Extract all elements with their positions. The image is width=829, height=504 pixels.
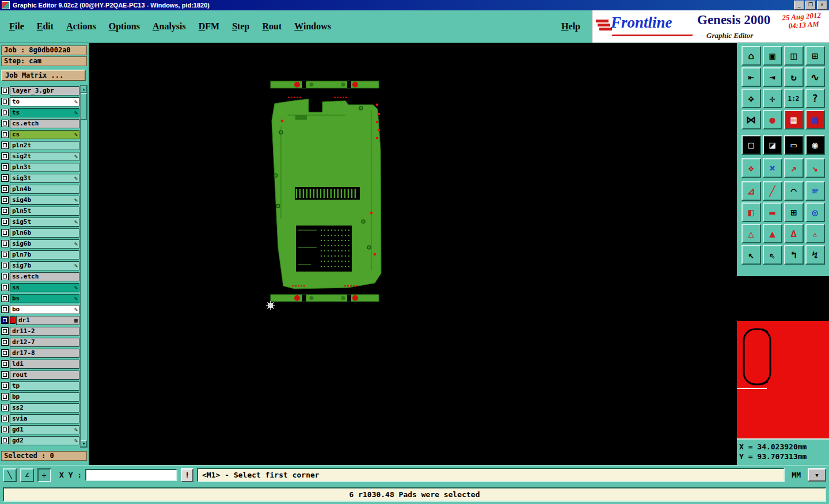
layer-checkbox[interactable] bbox=[1, 382, 9, 390]
alert-button[interactable]: ! bbox=[181, 468, 193, 482]
menu-file[interactable]: File bbox=[9, 21, 24, 32]
tool-grid-dots-button[interactable]: ▩ bbox=[805, 110, 825, 129]
layer-checkbox[interactable] bbox=[1, 262, 9, 269]
tool-select-corner-button[interactable]: ⇖ bbox=[763, 245, 782, 265]
layer-checkbox[interactable] bbox=[1, 98, 9, 105]
layer-label[interactable]: rout bbox=[10, 371, 79, 380]
tool-move-point-button[interactable]: ↗ bbox=[784, 158, 804, 178]
tool-pan-left-button[interactable]: ⇤ bbox=[741, 67, 761, 87]
tool-layer-swap-button[interactable]: ◧ bbox=[741, 203, 761, 222]
layer-checkbox[interactable] bbox=[1, 284, 9, 291]
menu-dfm[interactable]: DFM bbox=[199, 21, 219, 32]
layer-label[interactable]: ss.etch bbox=[10, 272, 79, 281]
tool-home-view-button[interactable]: ⌂ bbox=[741, 46, 761, 66]
tool-select-zigzag-button[interactable]: ↯ bbox=[805, 245, 825, 265]
layer-checkbox[interactable] bbox=[1, 393, 9, 400]
layer-label[interactable]: dr1▦ bbox=[16, 316, 79, 325]
tool-grid-snap-button[interactable]: ▦ bbox=[784, 110, 804, 129]
tool-center-view-button[interactable]: ✛ bbox=[763, 89, 782, 108]
pcb-canvas[interactable] bbox=[89, 43, 737, 465]
tool-help-button[interactable]: ? bbox=[805, 89, 825, 108]
layer-label[interactable]: pln4b bbox=[10, 185, 79, 194]
layer-checkbox[interactable] bbox=[1, 316, 9, 324]
close-button[interactable]: × bbox=[817, 1, 827, 10]
tool-wave-button[interactable]: ∿ bbox=[805, 67, 825, 87]
tool-highlight-button[interactable]: ● bbox=[763, 110, 782, 129]
layer-checkbox[interactable] bbox=[1, 174, 9, 182]
layer-checkbox[interactable] bbox=[1, 415, 9, 422]
tool-zoom-previous-button[interactable]: ↻ bbox=[784, 67, 804, 87]
scroll-up-icon[interactable]: ▲ bbox=[81, 86, 87, 93]
layer-checkbox[interactable] bbox=[1, 207, 9, 215]
layer-label[interactable]: dr12-7 bbox=[10, 338, 79, 347]
layer-label[interactable]: ts✎ bbox=[10, 108, 79, 117]
layer-label[interactable]: gd1✎ bbox=[10, 425, 79, 434]
menu-options[interactable]: Options bbox=[109, 21, 140, 32]
tool-delete-vertex-button[interactable]: × bbox=[763, 158, 782, 178]
layer-label[interactable]: dr17-8 bbox=[10, 349, 79, 358]
tool-line-button[interactable]: ╱ bbox=[763, 181, 782, 201]
layer-checkbox[interactable] bbox=[1, 295, 9, 302]
layer-checkbox[interactable] bbox=[1, 185, 9, 193]
tool-select-turn-button[interactable]: ↰ bbox=[784, 245, 804, 265]
layer-label[interactable]: svia bbox=[10, 414, 79, 423]
tool-quad-view-button[interactable]: ⊞ bbox=[805, 46, 825, 66]
layer-checkbox[interactable] bbox=[1, 360, 9, 368]
tool-mirror-button[interactable]: ƎF bbox=[805, 181, 825, 201]
angle-mode-button[interactable]: ∠ bbox=[20, 468, 34, 482]
layer-checkbox[interactable] bbox=[1, 306, 9, 313]
menu-analysis[interactable]: Analysis bbox=[153, 21, 186, 32]
grid-mode-button[interactable]: ✛ bbox=[37, 468, 51, 482]
layer-checkbox[interactable] bbox=[1, 437, 9, 444]
layer-checkbox[interactable] bbox=[1, 142, 9, 149]
layer-label[interactable]: dr11-2 bbox=[10, 327, 79, 336]
layer-checkbox[interactable] bbox=[1, 131, 9, 138]
tool-triangle-small-button[interactable]: ▵ bbox=[805, 224, 825, 243]
tool-screen-view-button[interactable]: ▣ bbox=[763, 46, 782, 66]
tool-pan-button[interactable]: ✥ bbox=[741, 89, 761, 108]
layer-label[interactable]: pln3t bbox=[10, 163, 79, 172]
xy-input[interactable] bbox=[85, 469, 177, 481]
tool-origin-button[interactable]: ◉ bbox=[805, 135, 825, 155]
layer-checkbox[interactable] bbox=[1, 404, 9, 411]
layer-checkbox[interactable] bbox=[1, 87, 9, 94]
tool-arc-button[interactable]: ◠ bbox=[784, 181, 804, 201]
layer-label[interactable]: pln2t bbox=[10, 141, 79, 150]
minimize-button[interactable]: _ bbox=[794, 1, 804, 10]
layer-label[interactable]: sig6b✎ bbox=[10, 239, 79, 249]
layer-label[interactable]: sig5t✎ bbox=[10, 217, 79, 227]
layer-checkbox[interactable] bbox=[1, 196, 9, 204]
tool-transform-button[interactable]: ⊞ bbox=[784, 203, 804, 222]
layer-label[interactable]: cs.etch bbox=[10, 119, 79, 128]
tool-triangle-filled-button[interactable]: ▲ bbox=[763, 224, 782, 243]
tool-net-points-button[interactable]: ❖ bbox=[741, 158, 761, 178]
tool-circle-overlap-button[interactable]: ◎ bbox=[805, 203, 825, 222]
tool-frame-capture-button[interactable]: ▢ bbox=[741, 135, 761, 155]
layer-checkbox[interactable] bbox=[1, 426, 9, 433]
layer-label[interactable]: layer_3.gbr bbox=[10, 86, 79, 96]
tool-angle-button[interactable]: ⊿ bbox=[741, 181, 761, 201]
layer-checkbox[interactable] bbox=[1, 109, 9, 116]
layer-label[interactable]: pln7b bbox=[10, 250, 79, 259]
layer-checkbox[interactable] bbox=[1, 152, 9, 160]
layer-checkbox[interactable] bbox=[1, 338, 9, 346]
layer-label[interactable]: bp bbox=[10, 392, 79, 402]
layer-checkbox[interactable] bbox=[1, 240, 9, 247]
layer-label[interactable]: tp bbox=[10, 381, 79, 391]
layer-label[interactable]: bo✎ bbox=[10, 305, 79, 314]
tool-triangle-outline-button[interactable]: △ bbox=[741, 224, 761, 243]
tool-triangle-open-button[interactable]: ∆ bbox=[784, 224, 804, 243]
menu-edit[interactable]: Edit bbox=[37, 21, 54, 32]
layer-label[interactable]: pln6b bbox=[10, 228, 79, 238]
layer-checkbox[interactable] bbox=[1, 229, 9, 236]
menu-step[interactable]: Step bbox=[232, 21, 249, 32]
layer-checkbox[interactable] bbox=[1, 218, 9, 226]
slope-mode-button[interactable]: ╲ bbox=[3, 468, 17, 482]
layer-list-scrollbar[interactable]: ▲ ▼ bbox=[80, 85, 88, 448]
layer-checkbox[interactable] bbox=[1, 120, 9, 127]
layer-checkbox[interactable] bbox=[1, 251, 9, 258]
layer-label[interactable]: gd2✎ bbox=[10, 436, 79, 445]
layer-label[interactable]: bs✎ bbox=[10, 294, 79, 303]
menu-windows[interactable]: Windows bbox=[294, 21, 331, 32]
tool-window-view-button[interactable]: ◫ bbox=[784, 46, 804, 66]
